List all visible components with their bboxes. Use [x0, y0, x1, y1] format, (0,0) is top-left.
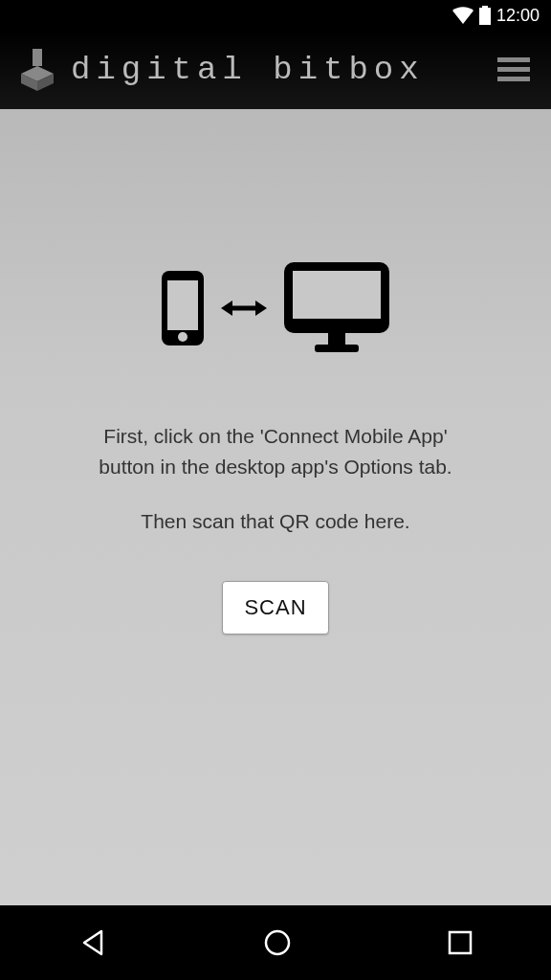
hamburger-menu-icon[interactable]: [497, 57, 530, 82]
app-title: digital bitbox: [71, 52, 425, 88]
scan-button[interactable]: SCAN: [222, 581, 328, 635]
sync-arrows-icon: [221, 298, 267, 319]
bitbox-logo-icon: [21, 49, 54, 91]
svg-marker-13: [221, 301, 232, 316]
instruction-line-3: Then scan that QR code here.: [141, 506, 409, 537]
status-bar: 12:00: [0, 0, 551, 31]
recent-apps-icon[interactable]: [448, 930, 473, 955]
svg-rect-2: [33, 49, 42, 66]
navigation-bar: [0, 905, 551, 980]
svg-rect-1: [482, 6, 488, 8]
clock-text: 12:00: [496, 6, 540, 26]
svg-rect-7: [497, 67, 530, 72]
svg-rect-8: [497, 77, 530, 81]
svg-point-20: [266, 931, 289, 954]
instruction-line-1: First, click on the 'Connect Mobile App': [99, 421, 452, 452]
instruction-block-2: Then scan that QR code here.: [141, 506, 409, 537]
phone-icon: [162, 271, 204, 345]
desktop-icon: [284, 262, 389, 354]
wifi-icon: [452, 7, 474, 24]
svg-point-11: [178, 332, 187, 342]
home-icon[interactable]: [263, 928, 292, 957]
svg-rect-17: [328, 333, 345, 345]
svg-rect-6: [497, 57, 530, 62]
instruction-line-2: button in the desktop app's Options tab.: [99, 452, 452, 482]
instruction-block-1: First, click on the 'Connect Mobile App'…: [99, 421, 452, 481]
back-icon[interactable]: [78, 928, 107, 957]
svg-marker-14: [255, 301, 267, 316]
main-content: First, click on the 'Connect Mobile App'…: [0, 109, 551, 905]
pairing-graphic: [162, 262, 389, 354]
battery-icon: [479, 6, 491, 25]
svg-rect-10: [167, 280, 198, 330]
app-bar: digital bitbox: [0, 31, 551, 109]
svg-rect-0: [479, 8, 491, 25]
svg-rect-18: [315, 345, 359, 352]
svg-rect-16: [293, 271, 381, 319]
svg-rect-21: [450, 932, 471, 953]
svg-marker-19: [84, 931, 101, 954]
